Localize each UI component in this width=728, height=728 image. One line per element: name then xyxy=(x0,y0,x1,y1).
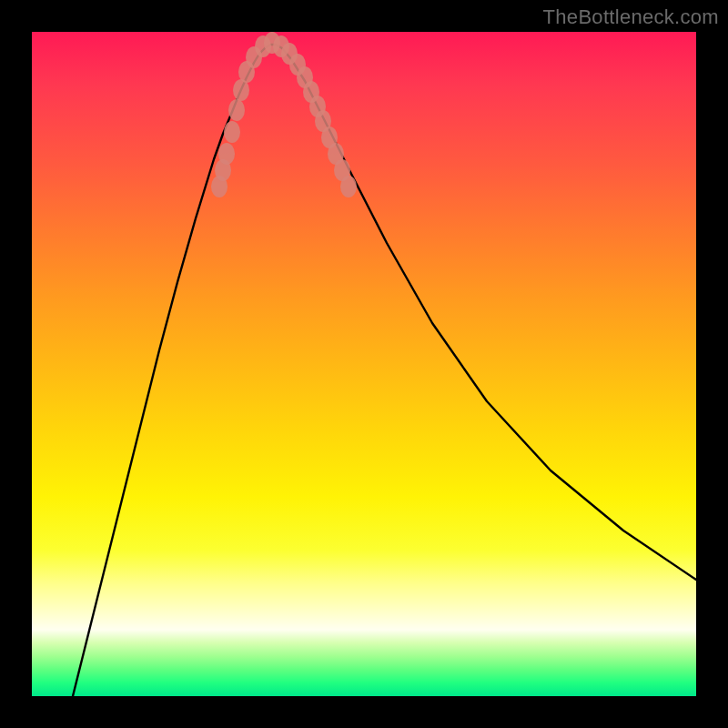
svg-point-20 xyxy=(340,176,357,197)
chart-frame: TheBottleneck.com xyxy=(0,0,728,728)
svg-point-2 xyxy=(218,143,235,165)
plot-area xyxy=(32,32,696,696)
svg-point-3 xyxy=(224,121,240,143)
svg-point-4 xyxy=(228,99,245,121)
bottleneck-curve xyxy=(68,45,696,696)
curve-layer xyxy=(32,32,696,696)
watermark-text: TheBottleneck.com xyxy=(543,5,719,29)
marker-cluster xyxy=(211,32,357,197)
